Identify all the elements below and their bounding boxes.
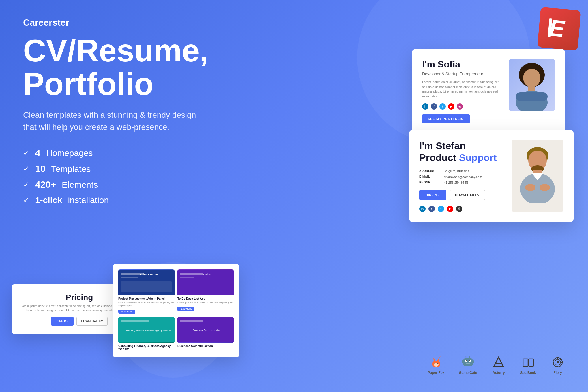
feature-label-3: Elements bbox=[62, 180, 98, 190]
svg-rect-48 bbox=[523, 359, 528, 366]
stefan-im: I'm Stefan bbox=[419, 140, 466, 151]
sea-book-icon bbox=[521, 356, 535, 369]
stefan-address-label: ADDRESS bbox=[419, 169, 439, 173]
brand-sea-book: Sea Book bbox=[520, 356, 536, 375]
stefan-illustration bbox=[512, 140, 563, 203]
brand-name: Careerster bbox=[23, 17, 239, 28]
template-preview-3: Consulting Finance, Business Agency Webs… bbox=[118, 317, 175, 343]
svg-marker-33 bbox=[432, 356, 435, 359]
feature-label-4: installation bbox=[68, 195, 109, 205]
template-item-3: Consulting Finance, Business Agency Webs… bbox=[118, 317, 175, 352]
social-youtube[interactable]: ▶ bbox=[448, 103, 454, 110]
stefan-role-highlight: Support bbox=[459, 152, 497, 163]
template-thumb-4: Business Communication bbox=[177, 317, 234, 343]
svg-point-59 bbox=[557, 361, 559, 363]
stefan-download-button[interactable]: DOWNLOAD CV bbox=[450, 190, 485, 200]
templates-showcase: Genius Course Project Management Admin P… bbox=[113, 264, 239, 357]
social-linkedin[interactable]: in bbox=[422, 103, 428, 110]
svg-point-13 bbox=[525, 184, 535, 191]
svg-text:Business Communication: Business Communication bbox=[193, 329, 221, 332]
template-desc-2: Lorem ipsum dolor sit amet, consectetur … bbox=[177, 301, 234, 304]
brand-game-cafe-label: Game Cafe bbox=[459, 371, 477, 375]
svg-point-14 bbox=[540, 184, 550, 191]
check-icon-1: ✓ bbox=[23, 149, 29, 157]
template-thumb-2: Slaido bbox=[177, 269, 234, 295]
feature-item-3: ✓ 420+ Elements bbox=[23, 179, 239, 190]
template-item-1: Genius Course Project Management Admin P… bbox=[118, 269, 175, 314]
stefan-hire-button[interactable]: HIRE ME bbox=[419, 190, 446, 200]
svg-rect-6 bbox=[516, 92, 548, 101]
sofia-illustration bbox=[509, 59, 555, 111]
template-grid: Genius Course Project Management Admin P… bbox=[118, 269, 234, 352]
feature-number-3: 420+ bbox=[35, 179, 56, 190]
pricing-hire-button[interactable]: HIRE ME bbox=[51, 317, 74, 326]
flory-icon bbox=[550, 356, 565, 369]
svg-line-64 bbox=[555, 359, 555, 360]
stefan-social-youtube[interactable]: ▶ bbox=[447, 206, 453, 212]
subtitle: Clean templates with a stunning & trendy… bbox=[23, 109, 211, 133]
stefan-email-row: E-MAIL bryanwood@company.com bbox=[419, 175, 506, 179]
template-item-4: Business Communication Business Communic… bbox=[177, 317, 234, 352]
brand-astorry-label: Astorry bbox=[493, 371, 505, 375]
social-facebook[interactable]: f bbox=[431, 103, 437, 110]
stefan-role: Product bbox=[419, 152, 456, 163]
stefan-card: I'm Stefan Product Support ADDRESS Belgi… bbox=[409, 130, 574, 222]
portfolio-button[interactable]: SEE MY PORTFOLIO bbox=[422, 114, 470, 123]
brand-flory: Flory bbox=[550, 356, 565, 375]
stefan-social-twitter[interactable]: t bbox=[438, 206, 444, 212]
features-list: ✓ 4 Homepages ✓ 10 Templates ✓ 420+ Elem… bbox=[23, 148, 239, 205]
svg-rect-28 bbox=[180, 320, 203, 322]
svg-rect-22 bbox=[180, 277, 194, 278]
stefan-social-other[interactable]: ⚙ bbox=[456, 206, 462, 212]
social-instagram[interactable]: ◉ bbox=[457, 103, 463, 110]
sofia-text: I'm Sofia Developer & Startup Entreprene… bbox=[422, 59, 503, 123]
svg-rect-42 bbox=[466, 363, 470, 364]
stefan-social-facebook[interactable]: f bbox=[428, 206, 435, 212]
svg-point-40 bbox=[466, 360, 467, 361]
svg-text:Consulting Finance, Business A: Consulting Finance, Business Agency Webs… bbox=[125, 329, 171, 332]
stefan-info: ADDRESS Belgium, Brussels E-MAIL bryanwo… bbox=[419, 169, 506, 184]
brand-paper-fox: Paper Fox bbox=[428, 356, 445, 375]
sofia-name: I'm Sofia bbox=[422, 59, 503, 70]
astorry-svg bbox=[492, 356, 505, 369]
pricing-download-button[interactable]: DOWNLOAD CV bbox=[76, 317, 108, 326]
svg-rect-44 bbox=[473, 360, 474, 363]
template-preview-4: Business Communication bbox=[177, 317, 234, 343]
feature-highlight-4: 1-click bbox=[35, 195, 62, 205]
svg-text:Genius Course: Genius Course bbox=[138, 273, 158, 276]
feature-item-4: ✓ 1-click installation bbox=[23, 195, 239, 205]
svg-line-67 bbox=[555, 365, 555, 365]
stefan-social-linkedin[interactable]: in bbox=[419, 206, 426, 212]
svg-rect-49 bbox=[529, 359, 533, 366]
template-title-2: To Do Dask List App bbox=[177, 297, 234, 300]
template-preview-2: Slaido bbox=[177, 269, 234, 295]
template-btn-1[interactable]: READ MORE bbox=[118, 310, 135, 314]
feature-label-1: Homepages bbox=[46, 148, 93, 158]
stefan-address-value: Belgium, Brussels bbox=[444, 169, 469, 173]
svg-rect-25 bbox=[121, 320, 149, 322]
feature-number-2: 10 bbox=[35, 164, 46, 174]
game-cafe-svg bbox=[461, 356, 475, 369]
brand-sea-book-label: Sea Book bbox=[520, 371, 536, 375]
svg-rect-17 bbox=[121, 277, 138, 278]
flory-svg bbox=[551, 356, 565, 369]
main-container: E Careerster CV/Resume, Portfolio Clean … bbox=[0, 0, 588, 392]
stefan-name: I'm Stefan Product Support bbox=[419, 140, 506, 164]
paper-fox-icon bbox=[429, 356, 443, 369]
stefan-buttons: HIRE ME DOWNLOAD CV bbox=[419, 190, 506, 200]
sea-book-svg bbox=[521, 356, 535, 369]
social-twitter[interactable]: t bbox=[439, 103, 446, 110]
template-title-1: Project Management Admin Panel bbox=[118, 297, 175, 300]
template-thumb-3: Consulting Finance, Business Agency Webs… bbox=[118, 317, 175, 343]
template-title-4: Business Communication bbox=[177, 344, 234, 348]
stefan-text: I'm Stefan Product Support ADDRESS Belgi… bbox=[419, 140, 506, 212]
template-preview-1: Genius Course bbox=[118, 269, 175, 295]
check-icon-3: ✓ bbox=[23, 180, 29, 189]
stefan-social: in f t ▶ ⚙ bbox=[419, 206, 506, 212]
template-btn-2[interactable]: READ MORE bbox=[177, 307, 194, 311]
brand-paper-fox-label: Paper Fox bbox=[428, 371, 445, 375]
paper-fox-svg bbox=[429, 356, 443, 369]
template-item-2: Slaido To Do Dask List App Lorem ipsum d… bbox=[177, 269, 234, 314]
brand-flory-label: Flory bbox=[553, 371, 562, 375]
sofia-social: in f t ▶ ◉ bbox=[422, 103, 503, 110]
